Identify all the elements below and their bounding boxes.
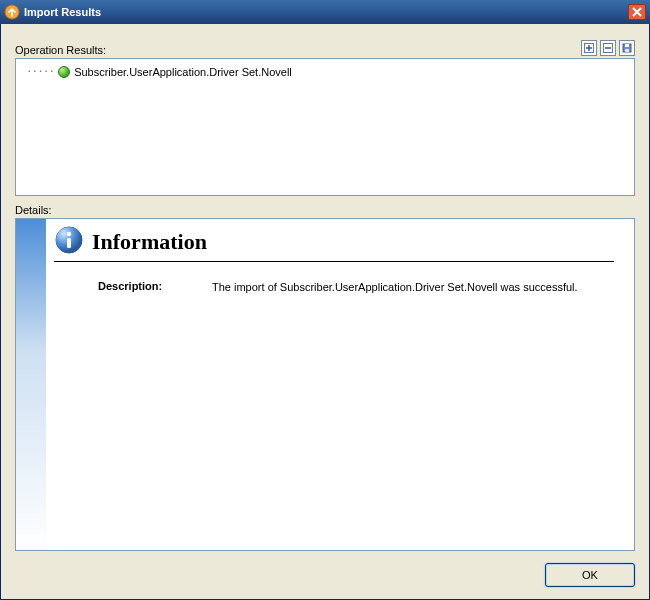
operation-header-row: Operation Results: [15,36,635,58]
tree-item-label: Subscriber.UserApplication.Driver Set.No… [74,66,292,78]
tree-item[interactable]: ····· Subscriber.UserApplication.Driver … [20,65,630,78]
svg-point-8 [67,232,71,236]
details-panel: Information Description: The import of S… [15,218,635,551]
save-results-button[interactable] [619,40,635,56]
ok-button[interactable]: OK [545,563,635,587]
window-title: Import Results [24,6,101,18]
app-icon [4,4,20,20]
svg-rect-4 [625,44,629,47]
description-label: Description: [98,280,188,292]
dialog-body: Operation Results: [0,24,650,600]
svg-rect-9 [67,238,71,248]
info-icon [54,225,84,255]
details-content: Information Description: The import of S… [46,219,634,550]
description-text: The import of Subscriber.UserApplication… [212,280,614,295]
minus-icon [603,43,613,53]
collapse-all-button[interactable] [600,40,616,56]
tree-connector: ····· [26,65,54,78]
details-side-strip [16,219,46,550]
info-heading: Information [92,229,207,255]
expand-all-button[interactable] [581,40,597,56]
operation-results-label: Operation Results: [15,44,106,56]
plus-icon [584,43,594,53]
details-label: Details: [15,204,635,216]
description-row: Description: The import of Subscriber.Us… [54,280,614,295]
dialog-buttons: OK [15,551,635,587]
close-button[interactable] [628,4,646,20]
operation-results-tree[interactable]: ····· Subscriber.UserApplication.Driver … [15,58,635,196]
info-header: Information [54,227,614,262]
titlebar: Import Results [0,0,650,24]
svg-rect-5 [625,49,629,52]
results-toolbar [581,40,635,56]
success-icon [58,66,70,78]
close-icon [632,7,642,17]
save-icon [622,43,632,53]
